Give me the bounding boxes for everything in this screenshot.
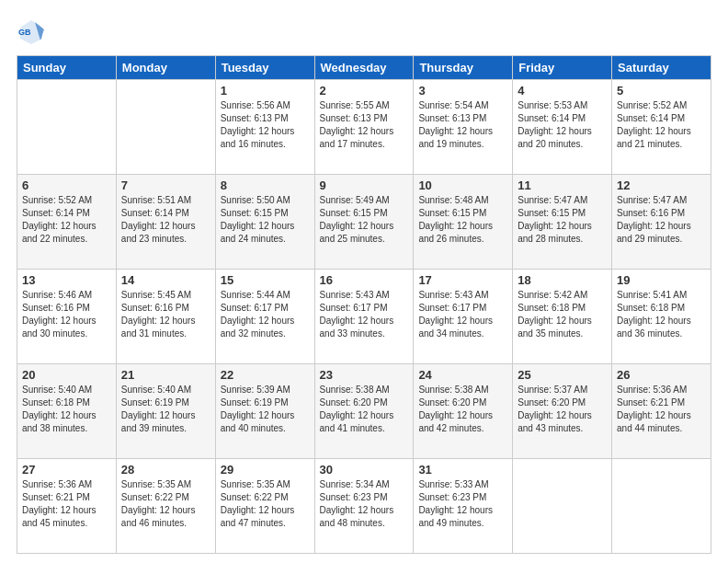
day-number: 22 (221, 368, 310, 382)
calendar-cell: 15Sunrise: 5:44 AM Sunset: 6:17 PM Dayli… (215, 270, 314, 364)
calendar-cell (116, 80, 215, 175)
calendar-cell: 6Sunrise: 5:52 AM Sunset: 6:14 PM Daylig… (17, 175, 117, 270)
day-info: Sunrise: 5:53 AM Sunset: 6:14 PM Dayligh… (518, 99, 607, 151)
calendar-cell: 23Sunrise: 5:38 AM Sunset: 6:20 PM Dayli… (314, 364, 414, 459)
day-number: 27 (22, 463, 111, 477)
weekday-header-monday: Monday (116, 56, 215, 80)
day-info: Sunrise: 5:52 AM Sunset: 6:14 PM Dayligh… (22, 194, 111, 246)
calendar-cell: 2Sunrise: 5:55 AM Sunset: 6:13 PM Daylig… (314, 80, 414, 175)
svg-text:GB: GB (18, 28, 31, 37)
calendar-cell: 20Sunrise: 5:40 AM Sunset: 6:18 PM Dayli… (17, 364, 117, 459)
day-number: 9 (320, 178, 409, 192)
day-info: Sunrise: 5:51 AM Sunset: 6:14 PM Dayligh… (121, 194, 210, 246)
day-number: 18 (518, 273, 607, 287)
day-number: 3 (418, 84, 507, 98)
weekday-header-wednesday: Wednesday (314, 56, 414, 80)
calendar-cell: 27Sunrise: 5:36 AM Sunset: 6:21 PM Dayli… (17, 459, 117, 554)
calendar-cell: 8Sunrise: 5:50 AM Sunset: 6:15 PM Daylig… (215, 175, 314, 270)
day-number: 5 (617, 84, 706, 98)
calendar-cell: 31Sunrise: 5:33 AM Sunset: 6:23 PM Dayli… (414, 459, 513, 554)
day-number: 6 (22, 178, 111, 192)
calendar-cell: 4Sunrise: 5:53 AM Sunset: 6:14 PM Daylig… (513, 80, 612, 175)
day-info: Sunrise: 5:54 AM Sunset: 6:13 PM Dayligh… (418, 99, 507, 151)
calendar-cell: 10Sunrise: 5:48 AM Sunset: 6:15 PM Dayli… (414, 175, 513, 270)
day-info: Sunrise: 5:44 AM Sunset: 6:17 PM Dayligh… (221, 289, 310, 340)
day-number: 8 (221, 178, 310, 192)
calendar-cell: 22Sunrise: 5:39 AM Sunset: 6:19 PM Dayli… (215, 364, 314, 459)
day-number: 12 (617, 178, 706, 192)
day-info: Sunrise: 5:50 AM Sunset: 6:15 PM Dayligh… (221, 194, 310, 246)
calendar-cell: 7Sunrise: 5:51 AM Sunset: 6:14 PM Daylig… (116, 175, 215, 270)
calendar-cell: 29Sunrise: 5:35 AM Sunset: 6:22 PM Dayli… (215, 459, 314, 554)
calendar-cell: 13Sunrise: 5:46 AM Sunset: 6:16 PM Dayli… (17, 270, 117, 364)
day-number: 23 (320, 368, 409, 382)
day-number: 1 (221, 84, 310, 98)
day-info: Sunrise: 5:35 AM Sunset: 6:22 PM Dayligh… (221, 478, 310, 530)
day-info: Sunrise: 5:35 AM Sunset: 6:22 PM Dayligh… (121, 478, 210, 530)
weekday-header-thursday: Thursday (414, 56, 513, 80)
day-number: 28 (121, 463, 210, 477)
calendar-cell (513, 459, 612, 554)
calendar-week-1: 1Sunrise: 5:56 AM Sunset: 6:13 PM Daylig… (17, 80, 711, 175)
day-info: Sunrise: 5:36 AM Sunset: 6:21 PM Dayligh… (617, 384, 706, 435)
calendar-cell: 12Sunrise: 5:47 AM Sunset: 6:16 PM Dayli… (612, 175, 711, 270)
logo-icon: GB (17, 17, 46, 46)
day-info: Sunrise: 5:42 AM Sunset: 6:18 PM Dayligh… (518, 289, 607, 340)
day-info: Sunrise: 5:45 AM Sunset: 6:16 PM Dayligh… (121, 289, 210, 340)
calendar-cell: 17Sunrise: 5:43 AM Sunset: 6:17 PM Dayli… (414, 270, 513, 364)
day-number: 4 (518, 84, 607, 98)
weekday-header-sunday: Sunday (17, 56, 117, 80)
day-number: 24 (418, 368, 507, 382)
day-info: Sunrise: 5:38 AM Sunset: 6:20 PM Dayligh… (320, 384, 409, 435)
day-number: 17 (418, 273, 507, 287)
calendar-cell: 18Sunrise: 5:42 AM Sunset: 6:18 PM Dayli… (513, 270, 612, 364)
day-info: Sunrise: 5:52 AM Sunset: 6:14 PM Dayligh… (617, 99, 706, 151)
day-info: Sunrise: 5:38 AM Sunset: 6:20 PM Dayligh… (418, 384, 507, 435)
calendar-cell: 26Sunrise: 5:36 AM Sunset: 6:21 PM Dayli… (612, 364, 711, 459)
calendar-week-3: 13Sunrise: 5:46 AM Sunset: 6:16 PM Dayli… (17, 270, 711, 364)
day-number: 25 (518, 368, 607, 382)
calendar-cell: 14Sunrise: 5:45 AM Sunset: 6:16 PM Dayli… (116, 270, 215, 364)
logo: GB (17, 17, 50, 46)
day-number: 13 (22, 273, 111, 287)
weekday-header-friday: Friday (513, 56, 612, 80)
day-info: Sunrise: 5:36 AM Sunset: 6:21 PM Dayligh… (22, 478, 111, 530)
day-info: Sunrise: 5:34 AM Sunset: 6:23 PM Dayligh… (320, 478, 409, 530)
calendar-cell: 11Sunrise: 5:47 AM Sunset: 6:15 PM Dayli… (513, 175, 612, 270)
calendar-cell: 25Sunrise: 5:37 AM Sunset: 6:20 PM Dayli… (513, 364, 612, 459)
calendar-cell: 1Sunrise: 5:56 AM Sunset: 6:13 PM Daylig… (215, 80, 314, 175)
day-number: 11 (518, 178, 607, 192)
day-number: 20 (22, 368, 111, 382)
header: GB (17, 17, 711, 46)
day-number: 2 (320, 84, 409, 98)
day-number: 29 (221, 463, 310, 477)
day-info: Sunrise: 5:40 AM Sunset: 6:19 PM Dayligh… (121, 384, 210, 435)
weekday-header-row: SundayMondayTuesdayWednesdayThursdayFrid… (17, 56, 711, 80)
calendar-table: SundayMondayTuesdayWednesdayThursdayFrid… (17, 55, 711, 554)
day-info: Sunrise: 5:43 AM Sunset: 6:17 PM Dayligh… (320, 289, 409, 340)
day-number: 26 (617, 368, 706, 382)
day-info: Sunrise: 5:40 AM Sunset: 6:18 PM Dayligh… (22, 384, 111, 435)
calendar-cell: 9Sunrise: 5:49 AM Sunset: 6:15 PM Daylig… (314, 175, 414, 270)
calendar-cell: 5Sunrise: 5:52 AM Sunset: 6:14 PM Daylig… (612, 80, 711, 175)
calendar-week-5: 27Sunrise: 5:36 AM Sunset: 6:21 PM Dayli… (17, 459, 711, 554)
calendar-week-2: 6Sunrise: 5:52 AM Sunset: 6:14 PM Daylig… (17, 175, 711, 270)
day-number: 15 (221, 273, 310, 287)
day-number: 31 (418, 463, 507, 477)
day-number: 21 (121, 368, 210, 382)
day-info: Sunrise: 5:49 AM Sunset: 6:15 PM Dayligh… (320, 194, 409, 246)
day-number: 16 (320, 273, 409, 287)
calendar-week-4: 20Sunrise: 5:40 AM Sunset: 6:18 PM Dayli… (17, 364, 711, 459)
day-info: Sunrise: 5:37 AM Sunset: 6:20 PM Dayligh… (518, 384, 607, 435)
day-info: Sunrise: 5:47 AM Sunset: 6:15 PM Dayligh… (518, 194, 607, 246)
page: GB SundayMondayTuesdayWednesdayThursdayF… (0, 0, 728, 563)
day-info: Sunrise: 5:41 AM Sunset: 6:18 PM Dayligh… (617, 289, 706, 340)
calendar-cell (17, 80, 117, 175)
day-info: Sunrise: 5:33 AM Sunset: 6:23 PM Dayligh… (418, 478, 507, 530)
weekday-header-saturday: Saturday (612, 56, 711, 80)
calendar-cell: 16Sunrise: 5:43 AM Sunset: 6:17 PM Dayli… (314, 270, 414, 364)
day-info: Sunrise: 5:56 AM Sunset: 6:13 PM Dayligh… (221, 99, 310, 151)
day-number: 14 (121, 273, 210, 287)
day-number: 10 (418, 178, 507, 192)
weekday-header-tuesday: Tuesday (215, 56, 314, 80)
